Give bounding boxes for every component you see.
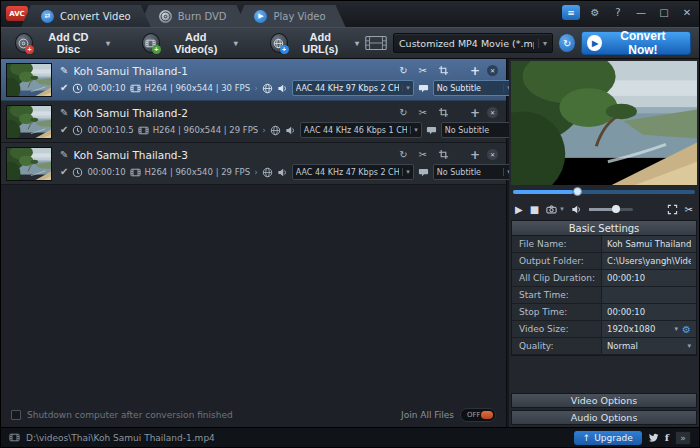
convert-item-icon[interactable]: ↻	[399, 107, 407, 118]
close-button[interactable]: ✕	[679, 6, 695, 20]
snapshot-camera-icon[interactable]	[546, 204, 557, 215]
seek-bar[interactable]	[513, 190, 695, 194]
add-item-icon[interactable]: +	[470, 65, 480, 77]
globe-icon[interactable]	[270, 125, 281, 136]
current-file-icon	[9, 432, 20, 443]
audio-track-select[interactable]: AAC 44 KHz 47 Kbps 2 CH ... ▾	[292, 164, 414, 180]
add-videos-button[interactable]: + Add Video(s) ▾	[136, 30, 244, 56]
tab-burn-dvd[interactable]: Burn DVD	[139, 5, 247, 27]
maximize-button[interactable]: □	[656, 6, 672, 20]
crop-icon[interactable]	[438, 149, 449, 160]
convert-item-icon[interactable]: ↻	[399, 149, 407, 160]
file-title: Koh Samui Thailand-2	[73, 107, 188, 119]
chevron-down-icon[interactable]: ▾	[675, 325, 679, 333]
output-folder-field[interactable]: C:\Users\yangh\Videos...	[602, 253, 696, 269]
play-button[interactable]: ▶	[515, 204, 523, 215]
edit-title-icon[interactable]: ✎	[60, 150, 68, 160]
join-all-files-label: Join All Files	[401, 410, 454, 420]
quality-select[interactable]: Normal ▾	[602, 338, 696, 354]
chevron-down-icon[interactable]: ▾	[687, 342, 691, 350]
video-size-select[interactable]: 1920x1080 ▾ ⚙	[602, 321, 696, 337]
settings-gear-icon[interactable]: ⚙	[587, 6, 603, 20]
volume-knob[interactable]	[612, 205, 620, 213]
join-all-files-toggle[interactable]: OFF	[460, 408, 496, 422]
twitter-icon[interactable]	[648, 432, 659, 443]
subtitle-bubble-icon[interactable]	[426, 125, 437, 136]
clip-duration-value: 00:00:10	[602, 270, 696, 286]
item-checkbox[interactable]: ✔	[60, 83, 68, 93]
video-thumbnail	[6, 147, 52, 181]
titlebar: AVC ⇄ Convert Video Burn DVD ▶ Play Vide…	[1, 1, 699, 27]
help-icon[interactable]: ?	[610, 6, 626, 20]
play-video-icon: ▶	[254, 10, 267, 23]
stop-time-field[interactable]: 00:00:10	[602, 304, 696, 320]
convert-now-button[interactable]: ▶ Convert Now!	[581, 31, 691, 55]
globe-icon[interactable]	[262, 83, 273, 94]
trim-icon[interactable]: ✂	[419, 149, 427, 160]
speaker-icon[interactable]	[277, 167, 288, 178]
minimize-button[interactable]: —	[633, 6, 649, 20]
item-checkbox[interactable]: ✔	[60, 125, 68, 135]
remove-item-icon[interactable]: ✕	[487, 107, 498, 118]
video-thumbnail	[6, 63, 52, 97]
facebook-icon[interactable]: f	[665, 432, 669, 443]
crop-icon[interactable]	[438, 65, 449, 76]
menu-icon[interactable]: ≡	[562, 5, 580, 20]
edit-title-icon[interactable]: ✎	[60, 66, 68, 76]
start-time-field[interactable]	[602, 287, 696, 303]
add-item-icon[interactable]: +	[470, 149, 480, 161]
crop-icon[interactable]	[438, 107, 449, 118]
output-format-select[interactable]: Customized MP4 Movie (*.mp4) ▾	[393, 33, 553, 53]
subtitle-select[interactable]: No Subtitle ▾	[433, 80, 515, 96]
add-cd-disc-button[interactable]: + Add CD Disc ▾	[9, 30, 116, 56]
trim-icon[interactable]: ✂	[419, 65, 427, 76]
speaker-icon[interactable]	[285, 125, 296, 136]
stop-button[interactable]: ■	[530, 204, 539, 215]
snapshot-caret-icon[interactable]: ▾	[560, 205, 564, 213]
remove-item-icon[interactable]: ✕	[487, 149, 498, 160]
file-row[interactable]: ✎ Koh Samui Thailand-1 ↻ ✂ + ✕ ✔ 00:	[1, 59, 506, 101]
video-options-header[interactable]: Video Options	[511, 393, 697, 408]
audio-track-select[interactable]: AAC 44 KHz 46 Kbps 1 CH ... ▾	[300, 122, 422, 138]
tab-label: Convert Video	[60, 11, 131, 22]
trim-icon[interactable]: ✂	[419, 107, 427, 118]
audio-track-select[interactable]: AAC 44 KHz 97 Kbps 2 CH ... ▾	[292, 80, 414, 96]
upgrade-button[interactable]: ↑ Upgrade	[574, 431, 642, 445]
chevron-right-icon: ›	[262, 125, 266, 135]
add-urls-button[interactable]: + Add URL(s) ▾	[264, 30, 365, 56]
file-row[interactable]: ✎ Koh Samui Thailand-2 ↻ ✂ + ✕ ✔ 00:	[1, 101, 506, 143]
subtitle-select[interactable]: No Subtitle ▾	[433, 164, 515, 180]
playback-controls: ▶ ■ ▾ ✂	[511, 198, 697, 220]
volume-speaker-icon[interactable]	[571, 204, 582, 215]
globe-icon[interactable]	[262, 167, 273, 178]
cd-disc-icon: +	[15, 33, 33, 53]
add-item-icon[interactable]: +	[470, 107, 480, 119]
toolbar: + Add CD Disc ▾ + Add Video(s) ▾ + Add U…	[1, 27, 699, 59]
more-panel-icon[interactable]: »	[675, 431, 691, 445]
file-row[interactable]: ✎ Koh Samui Thailand-3 ↻ ✂ + ✕ ✔ 00:	[1, 143, 506, 185]
tab-convert-video[interactable]: ⇄ Convert Video	[21, 5, 151, 27]
audio-options-header[interactable]: Audio Options	[511, 410, 697, 425]
setting-row: Start Time:	[512, 287, 696, 304]
video-size-gear-icon[interactable]: ⚙	[682, 324, 691, 335]
item-checkbox[interactable]: ✔	[60, 167, 68, 177]
app-window: AVC ⇄ Convert Video Burn DVD ▶ Play Vide…	[0, 0, 700, 448]
shutdown-checkbox[interactable]	[11, 410, 21, 420]
fullscreen-icon[interactable]	[667, 204, 678, 215]
subtitle-bubble-icon[interactable]	[418, 83, 429, 94]
remove-item-icon[interactable]: ✕	[487, 65, 498, 76]
basic-settings-header[interactable]: Basic Settings	[511, 220, 697, 236]
volume-slider[interactable]	[589, 208, 633, 211]
seek-knob[interactable]	[573, 187, 582, 196]
tab-play-video[interactable]: ▶ Play Video	[234, 5, 345, 27]
file-name-field[interactable]: Koh Samui Thailand-1	[602, 236, 696, 252]
convert-item-icon[interactable]: ↻	[399, 65, 407, 76]
clip-scissors-icon[interactable]: ✂	[685, 204, 693, 215]
speaker-icon[interactable]	[277, 83, 288, 94]
refresh-profile-icon[interactable]: ↻	[559, 34, 575, 52]
app-logo-mark: AVC	[6, 6, 28, 21]
edit-title-icon[interactable]: ✎	[60, 108, 68, 118]
clock-icon	[72, 167, 83, 178]
subtitle-bubble-icon[interactable]	[418, 167, 429, 178]
right-panel: ▶ ■ ▾ ✂ Basic Settings File Name: Koh Sa…	[509, 59, 699, 427]
